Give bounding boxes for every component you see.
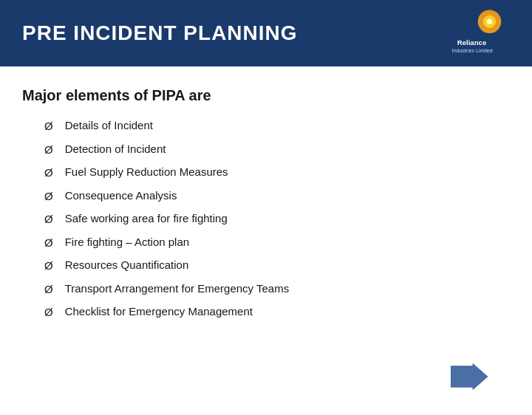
list-item: ØDetails of Incident — [44, 117, 510, 135]
list-item-text: Details of Incident — [65, 117, 153, 134]
next-arrow-icon[interactable] — [451, 363, 488, 390]
list-item-text: Fuel Supply Reduction Measures — [65, 164, 228, 181]
list-item: ØSafe working area for fire fighting — [44, 210, 510, 228]
list-item: ØResources Quantification — [44, 257, 510, 275]
list-item-text: Consequence Analysis — [65, 188, 177, 205]
bullet-icon: Ø — [44, 188, 53, 205]
svg-text:Reliance: Reliance — [457, 38, 487, 47]
list-item-text: Resources Quantification — [65, 257, 189, 274]
list-item-text: Detection of Incident — [65, 141, 166, 158]
logo: Reliance Industries Limited — [443, 7, 510, 59]
bullet-icon: Ø — [44, 211, 53, 228]
list-item-text: Checklist for Emergency Management — [65, 303, 253, 320]
page-title: PRE INCIDENT PLANNING — [22, 21, 298, 45]
bullet-icon: Ø — [44, 142, 53, 159]
section-title: Major elements of PIPA are — [22, 87, 510, 104]
bullet-icon: Ø — [44, 165, 53, 182]
list-item-text: Fire fighting – Action plan — [65, 234, 189, 251]
list-item-text: Safe working area for fire fighting — [65, 210, 228, 227]
pipa-list: ØDetails of IncidentØDetection of Incide… — [22, 117, 510, 321]
list-item: ØFire fighting – Action plan — [44, 234, 510, 252]
main-content: Major elements of PIPA are ØDetails of I… — [0, 66, 532, 336]
bullet-icon: Ø — [44, 118, 53, 135]
bullet-icon: Ø — [44, 304, 53, 321]
svg-point-2 — [487, 19, 492, 24]
bullet-icon: Ø — [44, 281, 53, 298]
list-item-text: Transport Arrangement for Emergency Team… — [65, 281, 289, 298]
list-item: ØTransport Arrangement for Emergency Tea… — [44, 281, 510, 298]
list-item: ØConsequence Analysis — [44, 188, 510, 205]
footer — [451, 363, 488, 393]
svg-text:Industries Limited: Industries Limited — [452, 48, 493, 53]
bullet-icon: Ø — [44, 258, 53, 275]
list-item: ØDetection of Incident — [44, 141, 510, 159]
page-header: PRE INCIDENT PLANNING Reliance Industrie… — [0, 0, 532, 66]
svg-marker-5 — [451, 364, 488, 390]
list-item: ØChecklist for Emergency Management — [44, 303, 510, 321]
list-item: ØFuel Supply Reduction Measures — [44, 164, 510, 182]
bullet-icon: Ø — [44, 235, 53, 252]
